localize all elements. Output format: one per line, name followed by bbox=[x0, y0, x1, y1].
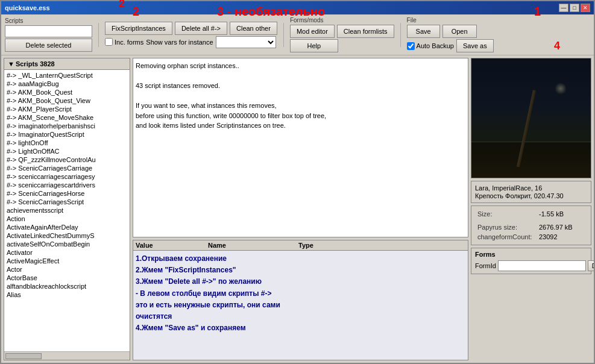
middle-panel: Removing orphan script instances.. 43 sc… bbox=[133, 58, 468, 360]
inc-forms-text: Inc. forms bbox=[115, 39, 143, 46]
value-content[interactable]: 1.Открываем сохранение 2.Жмем "FixScript… bbox=[133, 251, 468, 360]
auto-backup-checkbox[interactable] bbox=[407, 42, 415, 50]
file-row1: Save Open bbox=[407, 25, 494, 38]
list-item[interactable]: #-> AKM_Scene_MoveShake bbox=[5, 113, 128, 122]
file-info-table: Size: -1.55 kB Papyrus size: 2676.97 kB … bbox=[475, 209, 587, 242]
delete-all-button[interactable]: Delete all #-> bbox=[175, 22, 227, 35]
inc-vars-row: Inc. forms Show vars for instance bbox=[105, 36, 277, 48]
auto-backup-text: Auto Backup bbox=[417, 42, 454, 49]
help-button[interactable]: Help bbox=[290, 39, 338, 52]
fix-row: FixScriptInstances Delete all #-> Clean … bbox=[105, 22, 277, 35]
show-vars-label: Show vars for instance bbox=[146, 39, 213, 46]
forms-delete-button[interactable]: Delete bbox=[588, 260, 594, 271]
clean-formlists-button[interactable]: Clean formlists bbox=[337, 25, 394, 38]
list-item[interactable]: ActivateAgainAfterDelay bbox=[5, 223, 128, 231]
list-item[interactable]: #-> QF_zzzKillmoveControlAu bbox=[5, 155, 128, 164]
scripts-search-input[interactable] bbox=[5, 25, 92, 37]
spacer-row bbox=[476, 219, 586, 222]
auto-backup-label[interactable]: Auto Backup bbox=[407, 42, 454, 50]
separator-3 bbox=[400, 23, 401, 47]
window-title: quicksave.ess bbox=[5, 4, 50, 11]
list-item[interactable]: ActorBase bbox=[5, 274, 128, 282]
list-item[interactable]: #-> sceniccarriagescarriagesy bbox=[5, 172, 128, 181]
list-item[interactable]: #-> aaaMagicBug bbox=[5, 80, 128, 88]
message-area[interactable]: Removing orphan script instances.. 43 sc… bbox=[133, 58, 468, 237]
message-line4 bbox=[136, 91, 465, 101]
message-line7: and look items listed under Scriptinstan… bbox=[136, 121, 465, 131]
scripts-tree-label: ▼ Scripts 3828 bbox=[7, 60, 56, 68]
scripts-group: Scripts Delete selected bbox=[5, 17, 92, 52]
titlebar: quicksave.ess — □ ✕ bbox=[1, 1, 594, 14]
list-item[interactable]: #-> ImaginatorQuestScript bbox=[5, 130, 128, 139]
col-type-header: Type bbox=[298, 242, 465, 249]
toolbar: Scripts Delete selected FixScriptInstanc… bbox=[1, 14, 594, 55]
list-item[interactable]: Activator bbox=[5, 248, 128, 257]
scripts-row bbox=[5, 25, 92, 37]
delete-selected-row: Delete selected bbox=[5, 39, 92, 52]
list-item[interactable]: achievementsscript bbox=[5, 206, 128, 215]
char-name-race: Lara, ImperialRace, 16 bbox=[475, 184, 587, 192]
scripts-panel: ▼ Scripts 3828 #-> _WL_LanternQuestScrip… bbox=[4, 58, 130, 360]
forms-mods-label: Forms/mods bbox=[290, 17, 394, 24]
table-row: Size: -1.55 kB bbox=[476, 210, 586, 218]
instruction-text: 1.Открываем сохранение 2.Жмем "FixScript… bbox=[136, 253, 465, 334]
hscroll-thumb[interactable] bbox=[5, 353, 42, 359]
list-item[interactable]: Action bbox=[5, 215, 128, 223]
forms-title: Forms bbox=[475, 251, 587, 258]
clean-other-button[interactable]: Clean other bbox=[230, 22, 277, 35]
screenshot-area bbox=[471, 58, 591, 178]
list-item[interactable]: #-> sceniccarriagescartdrivers bbox=[5, 181, 128, 189]
char-location: Крепость Фолкрит, 020.47.30 bbox=[475, 192, 587, 199]
col-value-header: Value bbox=[136, 242, 208, 249]
list-item[interactable]: #-> AKM_Book_Quest_View bbox=[5, 96, 128, 105]
file-row2: Auto Backup Save as bbox=[407, 39, 494, 52]
papyrus-label: Papyrus size: bbox=[476, 223, 537, 231]
list-item[interactable]: #-> LightOnOffAC bbox=[5, 147, 128, 155]
file-label: File bbox=[407, 17, 494, 24]
message-line2 bbox=[136, 71, 465, 81]
mod-editor-button[interactable]: Mod editor bbox=[290, 25, 335, 38]
list-item[interactable]: Actor bbox=[5, 265, 128, 274]
list-item[interactable]: #-> imaginatorhelperbanishsci bbox=[5, 122, 128, 130]
instance-select[interactable] bbox=[216, 36, 276, 48]
list-item[interactable]: #-> ScenicCarriagesScript bbox=[5, 198, 128, 206]
forms-row: FormId Delete Save Load Edit bbox=[475, 260, 587, 271]
minimize-button[interactable]: — bbox=[559, 4, 568, 12]
forms-mods-group: Forms/mods Mod editor Clean formlists He… bbox=[290, 17, 394, 52]
save-as-button[interactable]: Save as bbox=[456, 39, 494, 52]
forms-panel: Forms FormId Delete Save Load Edit bbox=[471, 248, 591, 274]
inc-forms-checkbox[interactable] bbox=[105, 38, 113, 46]
formid-input[interactable] bbox=[498, 260, 586, 271]
list-item[interactable]: #-> lightOnOff bbox=[5, 139, 128, 147]
message-line6: before using this function, write 000000… bbox=[136, 111, 465, 121]
list-item[interactable]: #-> AKM_Book_Quest bbox=[5, 88, 128, 96]
tree-expand-icon[interactable]: ▼ bbox=[8, 60, 14, 67]
delete-selected-button[interactable]: Delete selected bbox=[5, 39, 92, 52]
list-item[interactable]: #-> ScenicCarriagesCarriage bbox=[5, 164, 128, 172]
char-info-panel: Lara, ImperialRace, 16 Крепость Фолкрит,… bbox=[471, 181, 591, 203]
list-item[interactable]: Alias bbox=[5, 290, 128, 299]
list-item[interactable]: #-> AKM_PlayerScript bbox=[5, 105, 128, 113]
close-button[interactable]: ✕ bbox=[581, 4, 590, 12]
value-header: Value Name Type bbox=[133, 240, 468, 251]
scene-light bbox=[555, 83, 567, 95]
open-button[interactable]: Open bbox=[442, 25, 477, 38]
save-button[interactable]: Save bbox=[407, 25, 440, 38]
list-item[interactable]: activateSelfOnCombatBegin bbox=[5, 240, 128, 248]
changeform-label: changeformCount: bbox=[476, 233, 537, 241]
scripts-hscroll[interactable] bbox=[4, 351, 130, 360]
scripts-tree[interactable]: #-> _WL_LanternQuestScript #-> aaaMagicB… bbox=[4, 70, 130, 351]
list-item[interactable]: ActivateLinkedChestDummyS bbox=[5, 231, 128, 240]
list-item[interactable]: alftandblackreachlockscript bbox=[5, 282, 128, 290]
list-item[interactable]: #-> _WL_LanternQuestScript bbox=[5, 71, 128, 80]
list-item[interactable]: ActiveMagicEffect bbox=[5, 257, 128, 265]
size-label: Size: bbox=[476, 210, 537, 218]
separator-1 bbox=[98, 23, 99, 47]
changeform-value: 23092 bbox=[538, 233, 586, 241]
inc-forms-label[interactable]: Inc. forms bbox=[105, 38, 143, 46]
fix-script-instances-button[interactable]: FixScriptInstances bbox=[105, 22, 172, 35]
maximize-button[interactable]: □ bbox=[570, 4, 579, 12]
list-item[interactable]: #-> ScenicCarriagesHorse bbox=[5, 189, 128, 198]
window-controls: — □ ✕ bbox=[559, 4, 590, 12]
formid-label: FormId bbox=[475, 262, 496, 269]
